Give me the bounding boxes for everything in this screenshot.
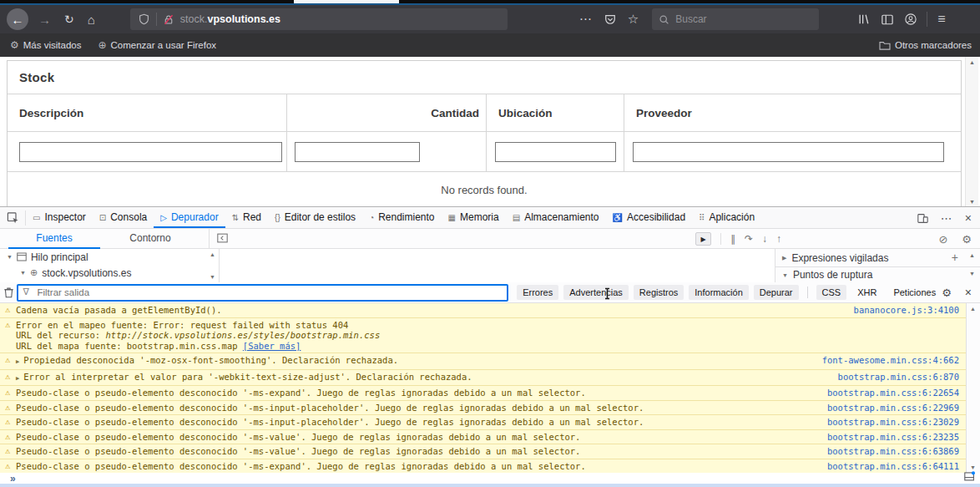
search-bar[interactable] [652,8,819,30]
step-over-button[interactable]: ↷ [745,233,753,245]
filter-peticiones-button[interactable]: Peticiones [887,285,942,300]
filter-registros-button[interactable]: Registros [634,285,684,300]
step-out-button[interactable]: ↑ [776,233,781,245]
devtools-close-icon[interactable]: × [965,211,972,225]
source-link[interactable]: bananocore.js:3:4100 [854,305,959,316]
source-link[interactable]: bootstrap.min.css:6:64111 [827,461,959,472]
console-warning-row[interactable]: ⚠ Error en el mapeo fuente: Error: reque… [0,318,966,354]
source-link[interactable]: bootstrap.min.css:6:63869 [827,446,959,457]
console-warning-row[interactable]: ⚠ Pseudo-clase o pseudo-elemento descono… [0,444,966,459]
responsive-mode-icon[interactable] [917,213,928,224]
scroll-down-arrow[interactable]: ▼ [210,274,215,280]
scroll-down-arrow[interactable]: ▼ [969,271,975,276]
source-link[interactable]: bootstrap.min.css:6:22654 [827,388,959,398]
add-watch-icon[interactable]: + [952,251,958,264]
chevron-right-icon[interactable]: ▶ [782,255,786,261]
console-warning-row[interactable]: ⚠ Cadena vacía pasada a getElementById()… [0,303,966,318]
step-into-button[interactable]: ↓ [762,233,767,245]
filter-cantidad-input[interactable] [295,142,420,162]
other-bookmarks[interactable]: Otros marcadores [879,40,972,50]
filter-proveedor-input[interactable] [633,142,944,162]
filter-xhr-button[interactable]: XHR [851,285,882,300]
split-console-badge-icon[interactable] [964,471,975,481]
console-warning-row[interactable]: ⚠ Pseudo-clase o pseudo-elemento descono… [0,459,966,474]
column-header-cantidad[interactable]: Cantidad [287,94,487,131]
clear-console-button[interactable] [0,287,17,298]
column-header-ubicacion[interactable]: Ubicación [487,94,624,131]
filter-css-button[interactable]: CSS [816,285,847,300]
forward-button[interactable]: → [38,13,51,27]
tab-editor-de-estilos[interactable]: {}Editor de estilos [268,208,362,228]
tab-inspector[interactable]: ▭Inspector [26,208,93,228]
console-warning-row[interactable]: ⚠ ▶ Propiedad desconocida '-moz-osx-font… [0,353,966,370]
breakpoints-header[interactable]: ▼ Puntos de ruptura ▼ [775,267,980,282]
learn-more-link[interactable]: [Saber más] [243,341,301,351]
filter-descripcion-input[interactable] [19,142,282,162]
filter-informacion-button[interactable]: Información [689,285,748,300]
pick-element-button[interactable] [0,208,25,228]
tab-depurador[interactable]: ▷Depurador [154,208,225,228]
reload-button[interactable]: ↻ [64,13,74,26]
resume-button[interactable]: ▶ [695,232,711,246]
menu-button[interactable]: ≡ [937,12,945,27]
scroll-up-arrow[interactable]: ▲ [969,59,975,65]
expand-caret-icon[interactable]: ▶ [16,357,19,368]
sidebar-toggle-button[interactable] [881,14,893,25]
chevron-down-icon[interactable]: ▼ [20,270,26,276]
back-button[interactable]: ← [7,8,28,30]
scroll-down-arrow[interactable]: ▼ [969,199,975,205]
column-header-descripcion[interactable]: Descripción [8,94,287,131]
debugger-settings-gear-icon[interactable]: ⚙ [962,233,972,246]
console-warning-row[interactable]: ⚠ Pseudo-clase o pseudo-elemento descono… [0,430,966,445]
library-button[interactable] [857,13,870,25]
filter-ubicacion-input[interactable] [495,142,616,162]
console-warning-row[interactable]: ⚠ Pseudo-clase o pseudo-elemento descono… [0,386,966,401]
console-warning-row[interactable]: ⚠ Pseudo-clase o pseudo-elemento descono… [0,415,966,430]
console-warning-row[interactable]: ⚠ Pseudo-clase o pseudo-elemento descono… [0,401,966,416]
chevron-down-icon[interactable]: ▼ [782,272,788,278]
tab-red[interactable]: ⇅Red [225,208,268,228]
source-link[interactable]: bootstrap.min.css:6:870 [838,372,959,383]
filter-depurar-button[interactable]: Depurar [754,285,799,300]
tab-contorno[interactable]: Contorno [104,229,196,249]
scroll-up-arrow[interactable]: ▲ [970,306,976,312]
console-close-icon[interactable]: × [965,286,972,299]
account-button[interactable] [905,13,917,25]
pocket-button[interactable] [604,13,616,25]
bookmark-mas-visitados[interactable]: ⚙ Más visitados [10,39,81,51]
scroll-up-arrow[interactable]: ▲ [210,251,215,257]
toggle-panes-icon[interactable] [217,233,228,243]
source-link[interactable]: bootstrap.min.css:6:23235 [827,432,959,443]
pause-button[interactable]: ∥ [730,233,735,245]
page-actions-button[interactable]: ⋯ [579,12,593,27]
bookmark-star-button[interactable]: ☆ [628,12,639,27]
console-warning-row[interactable]: ⚠ ▶ Error al interpretar el valor para '… [0,370,966,387]
search-input[interactable] [675,13,784,25]
tab-rendimiento[interactable]: ◔Rendimiento [362,208,441,228]
console-scrollbar[interactable]: ▲ ▼ [966,303,980,473]
expand-caret-icon[interactable]: ▶ [16,373,19,384]
scroll-up-arrow[interactable]: ▲ [969,252,975,258]
source-link[interactable]: bootstrap.min.css:6:22969 [827,403,959,413]
home-button[interactable]: ⌂ [88,13,95,27]
chevron-down-icon[interactable]: ▼ [7,254,13,260]
tracking-shield-icon[interactable] [139,13,149,25]
tab-almacenamiento[interactable]: ▤Almacenamiento [506,208,606,228]
url-bar[interactable]: stock.vpsolutions.es [130,8,508,30]
url-text[interactable]: stock.vpsolutions.es [180,13,280,25]
page-scrollbar[interactable]: ▲ ▼ [965,57,978,207]
tree-item-domain[interactable]: ▼ ⊕ stock.vpsolutions.es [0,265,219,281]
filter-advertencias-button[interactable]: Advertencias [563,285,629,300]
bookmark-comenzar-firefox[interactable]: ⊕ Comenzar a usar Firefox [98,39,216,51]
source-link[interactable]: bootstrap.min.css:6:23029 [827,417,959,428]
source-link[interactable]: font-awesome.min.css:4:662 [822,355,959,366]
tree-item-hilo-principal[interactable]: ▼ Hilo principal [0,249,219,265]
tab-memoria[interactable]: ▦Memoria [442,208,506,228]
console-settings-gear-icon[interactable]: ⚙ [942,287,952,299]
console-filter-input[interactable] [17,284,508,302]
scroll-down-arrow[interactable]: ▼ [970,464,976,470]
console-prompt-icon[interactable]: » [10,474,16,483]
tab-consola[interactable]: ⊡Consola [93,208,154,228]
deactivate-breakpoints-icon[interactable]: ⊘ [938,233,947,246]
watch-expressions-header[interactable]: ▶ Expresiones vigiladas + ▲ [775,249,980,267]
